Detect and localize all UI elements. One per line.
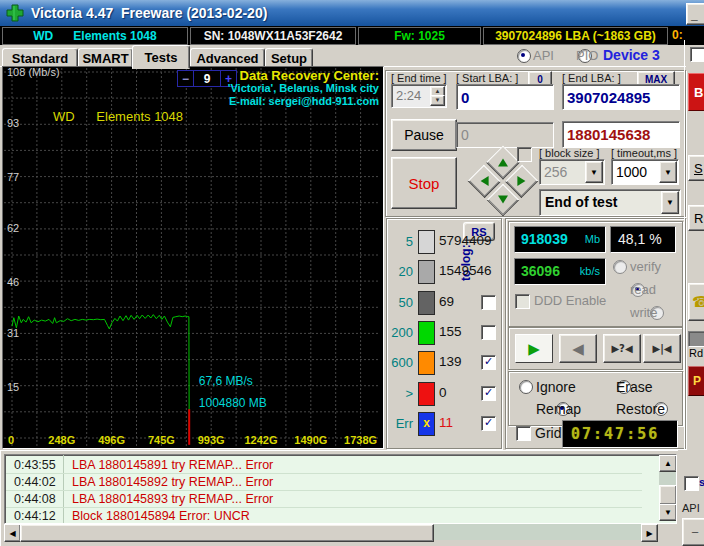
stop-button[interactable]: Stop — [391, 157, 457, 209]
drive-capacity-segment: 3907024896 LBA (~1863 GB) — [483, 27, 668, 45]
scroll-left-button[interactable]: ◀ — [4, 524, 21, 542]
ignore-radio[interactable] — [519, 380, 533, 394]
up-triangle-icon — [498, 158, 508, 166]
log-time: 0:44:02 — [14, 475, 56, 489]
grid-checkbox-label: Grid — [535, 425, 561, 441]
end-lba-input[interactable]: 3907024895 — [562, 84, 680, 110]
recall-button[interactable]: R — [688, 205, 704, 231]
on-end-action-dropdown[interactable]: End of test ▼ — [539, 189, 681, 216]
find-defect-button[interactable]: ▶?◀ — [603, 334, 641, 363]
drive-model: Elements 1048 — [73, 29, 156, 43]
to-log-checkbox[interactable] — [481, 325, 496, 340]
drive-vendor: WD — [33, 29, 53, 43]
remap-radio-label: Remap — [536, 401, 581, 417]
elapsed-time-display: 07:47:56 — [562, 420, 678, 448]
log-time: 0:43:55 — [14, 458, 56, 472]
skip-to-end-button[interactable]: ▶|◀ — [643, 334, 681, 363]
x-tick-label: 1490G — [294, 434, 327, 446]
pause-button[interactable]: Pause — [391, 119, 457, 151]
verify-radio-label: verify — [630, 259, 661, 274]
grid-checkbox[interactable] — [516, 426, 531, 441]
transport-box: ▶ ◀ ▶?◀ ▶|◀ — [508, 327, 683, 370]
to-log-checkbox[interactable]: ✓ — [481, 355, 496, 370]
passp-button[interactable]: P — [688, 366, 704, 396]
tab-tests[interactable]: Tests — [132, 45, 190, 69]
latency-count: 1549546 — [439, 263, 492, 278]
timeout-dropdown[interactable]: 1000 ▼ — [611, 159, 679, 185]
vscroll-thumb[interactable] — [659, 485, 677, 505]
diamond-checkbox[interactable] — [517, 147, 532, 162]
y-tick-label: 108 (Mb/s) — [7, 68, 60, 78]
log-listbox[interactable]: 0:43:55 LBA 1880145891 try REMAP... Erro… — [4, 454, 677, 524]
latency-color-block — [418, 351, 435, 375]
log-message: LBA 1880145892 try REMAP... Error — [72, 475, 273, 489]
latency-color-block — [418, 291, 435, 315]
graph-annotation: 1004880 MB — [199, 396, 267, 410]
down-triangle-icon — [498, 196, 508, 204]
drive-firmware-segment: Fw: 1025 — [358, 27, 481, 45]
scroll-up-button[interactable]: ▲ — [659, 455, 677, 472]
to-log-checkbox[interactable]: ✓ — [481, 386, 496, 401]
log-vscrollbar[interactable]: ▲ ▼ — [659, 455, 676, 521]
drc-title: Data Recovery Center: — [228, 69, 379, 82]
latency-threshold-label: 20 — [387, 264, 413, 279]
drc-location: 'Victoria', Belarus, Minsk city — [228, 82, 379, 95]
log-row[interactable]: 0:44:08 LBA 1880145893 try REMAP... Erro… — [6, 490, 642, 508]
minimize-button[interactable]: _ — [686, 3, 704, 25]
break-all-button[interactable]: B — [688, 73, 704, 111]
latency-count: 139 — [439, 354, 462, 369]
sleep-button[interactable]: S — [688, 155, 704, 181]
block-latency-row: 50 69 — [387, 290, 501, 316]
latency-color-block — [418, 321, 435, 345]
start-scan-button[interactable]: ▶ — [515, 334, 553, 363]
block-size-dropdown[interactable]: 256 ▼ — [539, 159, 605, 185]
api-minus-button[interactable]: − — [682, 518, 704, 546]
latency-count: 5794409 — [439, 233, 492, 248]
log-hscrollbar[interactable]: ◀ ▶ — [4, 524, 658, 540]
read-indicator-label: Rd — [689, 347, 703, 359]
block-size-label: [ block size ] — [539, 147, 600, 159]
on-end-action-value: End of test — [545, 194, 617, 210]
scroll-right-button[interactable]: ▶ — [641, 524, 658, 542]
device-selector[interactable]: Device 3 — [603, 47, 660, 63]
block-size-dropdown-arrow[interactable]: ▼ — [585, 161, 603, 183]
defect-lba-input[interactable]: 1880145638 — [562, 121, 680, 148]
read-indicator-swatch — [688, 331, 704, 347]
log-row[interactable]: 0:43:55 LBA 1880145891 try REMAP... Erro… — [6, 456, 642, 474]
elapsed-time-value: 07:47:56 — [571, 425, 659, 443]
drive-model-segment: WD Elements 1048 — [2, 27, 188, 45]
api-radio[interactable] — [517, 49, 531, 63]
write-radio-label: write — [630, 305, 657, 320]
log-row[interactable]: 0:44:12 Block 1880145894 Error: UNCR — [6, 507, 642, 524]
graph-zoom-minus-button[interactable]: − — [177, 70, 194, 87]
y-tick-label: 62 — [7, 222, 19, 234]
end-time-down-arrow[interactable]: ▼ — [430, 95, 445, 106]
latency-threshold-label: 200 — [387, 325, 413, 340]
log-message: LBA 1880145893 try REMAP... Error — [72, 492, 273, 506]
log-time: 0:44:12 — [14, 509, 56, 523]
on-end-dropdown-arrow[interactable]: ▼ — [661, 191, 679, 214]
progress-percent-value: 48,1 % — [618, 231, 662, 247]
latency-count: 155 — [439, 324, 462, 339]
log-panel: 0:43:55 LBA 1880145891 try REMAP... Erro… — [0, 450, 680, 546]
log-message: LBA 1880145891 try REMAP... Error — [72, 458, 273, 472]
phone-icon[interactable]: ☎ — [688, 283, 704, 321]
speed-graph-panel: 108 (Mb/s)9377624631150248G496G745G993G1… — [2, 66, 384, 449]
x-tick-label: 745G — [148, 434, 175, 446]
scan-back-button[interactable]: ◀ — [559, 334, 597, 363]
verify-radio[interactable] — [613, 260, 627, 274]
log-row[interactable]: 0:44:02 LBA 1880145892 try REMAP... Erro… — [6, 473, 642, 491]
title-bar[interactable]: Victoria 4.47 Freeware (2013-02-20) — [0, 0, 704, 26]
app-icon — [5, 3, 25, 23]
scroll-down-button[interactable]: ▼ — [659, 504, 677, 521]
x-tick-label: 248G — [48, 434, 75, 446]
start-lba-input[interactable]: 0 — [456, 84, 554, 110]
to-log-checkbox[interactable] — [481, 295, 496, 310]
bottom-checkbox-fragment[interactable] — [684, 476, 699, 491]
hscroll-thumb[interactable] — [20, 524, 434, 542]
end-time-spinner[interactable]: 2:24 ▲ ▼ — [391, 84, 447, 108]
to-log-checkbox[interactable]: ✓ — [481, 416, 496, 431]
pio-radio-label: PIO — [576, 48, 598, 63]
ddd-enable-checkbox[interactable] — [515, 294, 530, 309]
timeout-dropdown-arrow[interactable]: ▼ — [659, 161, 677, 183]
